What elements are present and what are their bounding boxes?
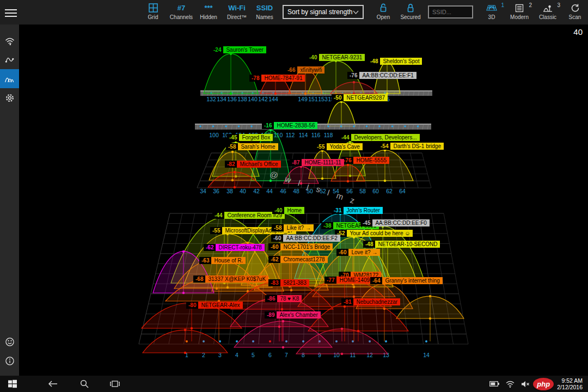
network-label[interactable]: -58Like it? →	[272, 224, 314, 231]
toggle-wifi-direct[interactable]: Wi-Fi Direct™	[223, 2, 251, 20]
network-ssid: Granny's internet thing	[382, 277, 442, 284]
network-ssid: Like it? →	[284, 224, 313, 231]
taskbar-clock[interactable]: 9:52 AM 2/12/2016	[557, 377, 583, 390]
ssid-filter-input[interactable]	[428, 5, 473, 19]
back-arrow-icon	[48, 381, 58, 387]
network-ssid: HOME-2838-56	[274, 122, 317, 129]
network-label[interactable]: -44Developers, Developers...	[339, 134, 420, 141]
network-dbm: -44	[339, 134, 351, 141]
network-label[interactable]: -62Chromecast1278	[268, 256, 328, 263]
network-dbm: -81	[341, 298, 353, 305]
network-dbm: -60	[271, 235, 283, 242]
channel-tick: 48	[293, 188, 299, 194]
network-label[interactable]: -60NCC-1701's Bridge	[268, 243, 333, 250]
network-ssid: Nebuchadnezzar	[353, 298, 400, 305]
network-label[interactable]: -45AA:BB:CC:DD:EE:F0	[360, 219, 430, 226]
channel-tick: 62	[386, 188, 393, 194]
network-label[interactable]: -50NETGEAR9287	[332, 94, 388, 101]
network-ssid: NCC-1701's Bridge	[280, 243, 333, 250]
network-label[interactable]: -16HOME-2838-56	[262, 122, 317, 129]
view-modern-button[interactable]: 2 Modern	[505, 2, 534, 20]
chart-3d-canvas[interactable]: 1321341361381401421441491511531551571591…	[0, 0, 588, 392]
network-label[interactable]: -835821-383	[268, 279, 309, 286]
channel-tick: 149	[298, 96, 308, 102]
back-button[interactable]	[40, 376, 65, 392]
network-dbm: -60	[268, 243, 280, 250]
closed-lock-icon	[396, 2, 425, 14]
channel-tick: 112	[286, 132, 295, 138]
wifi-analyzer-window: 1321341361381401421441491511531551571591…	[0, 0, 588, 392]
network-dbm: -60	[336, 249, 348, 256]
network-dbm: -63	[199, 257, 211, 264]
network-label[interactable]: -76AA:BB:CC:DD:EE:F1	[347, 72, 416, 79]
start-button[interactable]	[0, 376, 25, 392]
nav-sidebar	[0, 24, 19, 376]
network-dbm: -87	[290, 159, 302, 166]
network-label[interactable]: -48Sheldon's Spot	[368, 58, 422, 65]
channel-tick: 136	[227, 96, 237, 102]
view-classic-button[interactable]: 3 Classic	[534, 2, 562, 20]
windows-taskbar: php 9:52 AM 2/12/2016	[0, 376, 588, 392]
toggle-channels[interactable]: #7 Channels	[167, 2, 195, 20]
network-dbm: -38	[321, 222, 333, 229]
channel-tick: 140	[248, 96, 258, 102]
network-dbm: -45	[227, 134, 239, 141]
nav-settings[interactable]	[0, 88, 19, 107]
network-ssid: DIRECT-roku-478	[216, 244, 264, 251]
wifi-tray-icon[interactable]	[503, 376, 518, 392]
network-label[interactable]: -58Sarah's Home	[226, 143, 278, 150]
nav-channel-analyzer[interactable]	[0, 69, 19, 88]
network-ssid: HOME-1111-11	[302, 159, 344, 166]
network-label[interactable]: -60AA:BB:CC:DD:EE:F2	[271, 235, 340, 242]
toggle-open-networks[interactable]: Open	[369, 2, 397, 20]
network-label[interactable]: -82Michael's Office	[225, 161, 281, 168]
task-view-button[interactable]	[102, 376, 127, 392]
network-label[interactable]: -31John's Router	[332, 207, 383, 214]
nav-feedback[interactable]	[0, 332, 19, 351]
view-3d-button[interactable]: 1 3D	[477, 2, 506, 20]
network-label[interactable]: -78HOME-7847-91	[249, 75, 305, 82]
network-label[interactable]: -55Yoda's Cave	[315, 143, 363, 150]
toggle-hidden[interactable]: *** Hidden	[194, 2, 223, 20]
menu-icon[interactable]	[5, 7, 17, 16]
network-ssid: 5821-383	[280, 279, 309, 286]
network-label[interactable]: -54Darth's DS-1 bridge	[378, 143, 444, 150]
windows-logo-icon	[8, 379, 17, 388]
network-label[interactable]: -81Nebuchadnezzar	[341, 298, 400, 305]
network-label[interactable]: -6831337 X@KEP K0$7uK	[193, 275, 268, 283]
network-label[interactable]: -66xfinitywifi	[285, 66, 324, 74]
network-dbm: -82	[225, 161, 237, 168]
toggle-grid[interactable]: Grid	[139, 2, 167, 20]
nav-about[interactable]	[0, 351, 19, 370]
network-label[interactable]: -80NETGEAR-Alex	[186, 302, 243, 309]
network-label[interactable]: -24Sauron's Tower	[211, 46, 266, 53]
channel-tick: 58	[359, 188, 366, 194]
network-label[interactable]: -40NETGEAR-9231	[307, 54, 365, 61]
network-label[interactable]: -52Your Ad could be here ☺	[335, 230, 413, 237]
battery-icon[interactable]	[486, 376, 503, 392]
network-label[interactable]: -62DIRECT-roku-478	[204, 244, 265, 251]
network-label[interactable]: -76HOME-5555	[341, 157, 389, 164]
sort-dropdown[interactable]: Sort by signal strength	[283, 5, 364, 19]
network-label[interactable]: -48NETGEAR-10-SECOND	[363, 241, 440, 248]
search-button[interactable]	[72, 376, 97, 392]
nav-networks[interactable]	[0, 31, 19, 50]
network-label[interactable]: -87HOME-1111-11	[290, 159, 344, 166]
volume-muted-icon[interactable]	[518, 376, 533, 392]
network-label[interactable]: -60Love it? →	[336, 249, 380, 256]
network-label[interactable]: -63House of R.	[199, 257, 246, 264]
nav-signal-history[interactable]	[0, 50, 19, 69]
network-ssid: AA:BB:CC:DD:EE:F1	[359, 72, 416, 79]
network-label[interactable]: -8678 ♥ K8	[265, 295, 302, 302]
toggle-ssid-names[interactable]: SSID Names	[250, 2, 279, 20]
signal-curve-icon	[4, 54, 15, 65]
network-label[interactable]: -45Forged Box	[227, 134, 273, 141]
network-label[interactable]: -89Alex's Chamber	[265, 311, 321, 318]
network-dbm: -55	[210, 227, 222, 234]
toggle-secured-networks[interactable]: Secured	[396, 2, 425, 20]
scan-button[interactable]: Scan	[561, 2, 588, 20]
channel-tick: 144	[268, 96, 278, 102]
network-label[interactable]: -64Granny's internet thing	[370, 277, 443, 284]
network-dbm: -45	[360, 219, 372, 226]
network-label[interactable]: -40Home	[272, 207, 304, 214]
